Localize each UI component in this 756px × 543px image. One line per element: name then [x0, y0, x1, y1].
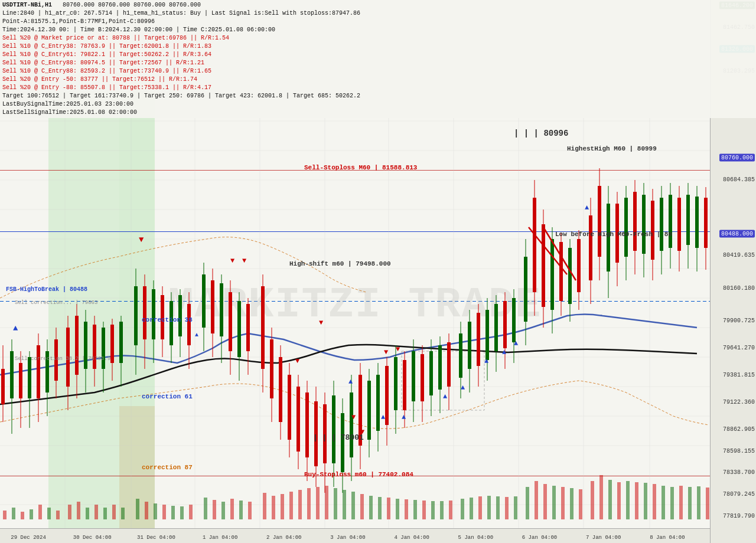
svg-rect-195 — [162, 505, 166, 519]
svg-rect-198 — [189, 505, 193, 519]
svg-rect-49 — [110, 325, 114, 363]
chart-area: MARKITZI TRADE — [0, 91, 710, 528]
price-78338: 78338.700 — [723, 469, 755, 476]
svg-rect-211 — [316, 487, 320, 519]
buy-arrow-11: ▲ — [195, 332, 198, 338]
svg-rect-97 — [341, 413, 344, 472]
trade-line9: LastBuySignalTime:2025.01.03 23:00:00 — [2, 100, 754, 109]
svg-rect-87 — [296, 387, 300, 452]
svg-rect-75 — [237, 301, 241, 357]
svg-rect-233 — [514, 496, 517, 519]
svg-rect-99 — [350, 392, 353, 457]
price-80488: 80488.000 — [719, 230, 755, 237]
svg-rect-237 — [552, 486, 556, 519]
svg-rect-215 — [351, 492, 355, 519]
correction61-text: correction 61 — [142, 393, 193, 400]
svg-rect-45 — [93, 325, 96, 369]
svg-rect-95 — [332, 395, 335, 463]
orange-channel-lower — [0, 381, 709, 428]
svg-rect-220 — [396, 499, 399, 519]
svg-rect-55 — [143, 286, 146, 339]
svg-rect-67 — [202, 274, 206, 328]
svg-rect-201 — [221, 502, 225, 519]
time-1jan: 1 Jan 04:00 — [203, 535, 237, 541]
svg-rect-249 — [662, 486, 665, 519]
sell-arrow-6: ▼ — [396, 345, 400, 354]
svg-rect-197 — [180, 506, 184, 519]
svg-rect-65 — [187, 304, 191, 345]
svg-rect-248 — [653, 484, 656, 519]
bar-78001-text: | | | 78001 — [313, 433, 364, 442]
sell-arrow-7: ▼ — [295, 357, 300, 365]
svg-rect-41 — [75, 316, 79, 375]
svg-rect-225 — [440, 501, 444, 519]
time-29dec: 29 Dec 2024 — [11, 535, 45, 541]
price-78598: 78598.155 — [723, 447, 755, 454]
svg-rect-115 — [421, 354, 424, 401]
buy-stoploss-text: Buy-Stoploss m60 | 77402.084 — [304, 471, 413, 478]
svg-rect-119 — [438, 345, 442, 390]
svg-rect-218 — [378, 497, 382, 519]
svg-rect-235 — [535, 481, 538, 519]
svg-rect-171 — [677, 198, 681, 251]
svg-rect-219 — [387, 498, 390, 519]
svg-rect-69 — [211, 280, 214, 333]
svg-rect-105 — [376, 375, 380, 431]
svg-rect-194 — [154, 503, 157, 519]
buy-arrow-6: ▲ — [461, 384, 465, 392]
info-line3: Time:2024.12.30 00: | Time B:2024.12.30 … — [2, 26, 754, 34]
correction38-text: correction 38 — [142, 316, 193, 323]
svg-rect-240 — [579, 489, 582, 519]
time-7jan: 7 Jan 04:00 — [586, 535, 621, 541]
svg-rect-227 — [461, 499, 464, 519]
svg-rect-253 — [697, 486, 700, 519]
svg-rect-238 — [561, 487, 565, 519]
chart-container: USDTIRT-NBi,H1 80760.000 80760.000 80760… — [0, 0, 756, 543]
time-4jan: 4 Jan 04:00 — [394, 535, 429, 541]
sell-correction2-text: Sell correction 38.2 | 78763.9 — [15, 356, 110, 362]
svg-rect-242 — [599, 475, 603, 519]
symbol-line: USDTIRT-NBi,H1 80760.000 80760.000 80760… — [2, 1, 754, 9]
svg-rect-193 — [145, 502, 148, 519]
time-5jan: 5 Jan 04:00 — [458, 535, 493, 541]
sell-correction1-text: Sell correction... | 79863 — [15, 300, 97, 306]
trade-line2: Sell %10 @ C_Entry38: 78763.9 || Target:… — [2, 42, 754, 51]
svg-rect-57 — [152, 289, 155, 339]
trade-line7: Sell %20 @ Entry -88: 85507.8 || Target:… — [2, 84, 754, 92]
svg-rect-210 — [307, 488, 311, 519]
svg-rect-43 — [84, 322, 87, 369]
svg-rect-89 — [305, 392, 309, 457]
buy-arrow-8: ▲ — [502, 348, 507, 356]
svg-rect-212 — [325, 486, 328, 519]
svg-rect-129 — [485, 310, 489, 360]
svg-rect-213 — [334, 488, 337, 519]
high-shift-text: High-shift m60 | 79498.000 — [289, 260, 391, 267]
svg-rect-221 — [405, 499, 408, 519]
svg-rect-200 — [213, 500, 216, 519]
svg-rect-206 — [272, 496, 275, 519]
price-80684: 80684.385 — [723, 176, 755, 182]
price-79122: 79122.360 — [723, 398, 755, 405]
svg-rect-125 — [468, 322, 471, 369]
svg-rect-222 — [413, 500, 417, 519]
info-line1: Line:2840 | h1_atr_c0: 267.5714 | h1_tem… — [2, 9, 754, 18]
low-before-high-text: Low before High M60-Fresh | 80 — [555, 231, 672, 238]
svg-rect-159 — [624, 198, 628, 257]
price-80160: 80160.180 — [723, 284, 755, 291]
svg-rect-247 — [644, 483, 647, 519]
svg-rect-217 — [369, 496, 373, 519]
svg-rect-123 — [459, 333, 462, 378]
svg-rect-139 — [533, 198, 536, 292]
buy-arrow-10: ▲ — [585, 204, 589, 212]
price-79381: 79381.815 — [723, 371, 755, 378]
sell-arrow-3: ▼ — [242, 257, 247, 265]
svg-rect-226 — [449, 501, 452, 519]
svg-rect-241 — [591, 481, 594, 519]
svg-rect-85 — [288, 375, 291, 440]
svg-rect-250 — [670, 487, 674, 519]
svg-rect-153 — [598, 186, 601, 257]
svg-rect-189 — [103, 508, 107, 519]
fsb-text: FSB-HighToBreak | 80488 — [6, 286, 87, 293]
svg-rect-151 — [589, 215, 592, 280]
svg-rect-81 — [270, 339, 273, 398]
